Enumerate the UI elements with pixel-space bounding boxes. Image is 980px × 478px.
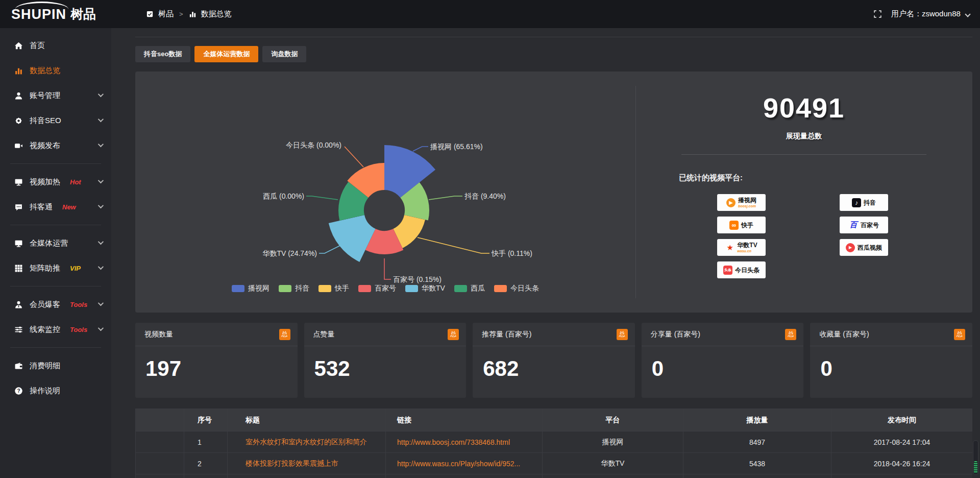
platform-badge-text: 百家号 (861, 222, 879, 228)
sidebar-item-1[interactable]: 数据总览 (0, 58, 111, 83)
table-row-0: 1室外水纹灯和室内水纹灯的区别和简介http://www.boosj.com/7… (136, 432, 973, 453)
sidebar-item-6[interactable]: 抖客通New (0, 195, 111, 220)
legend-item-今日头条[interactable]: 今日头条 (494, 284, 539, 293)
cell-link[interactable] (386, 474, 543, 478)
pie-label: 播视网 (65.61%) (430, 142, 483, 151)
header-right: 用户名：zswodun88 (873, 9, 980, 19)
total-impressions-value: 90491 (635, 92, 972, 124)
cell-link[interactable]: http://www.boosj.com/7338468.html (386, 432, 543, 453)
legend-label: 华数TV (422, 284, 445, 293)
legend-item-播视网[interactable]: 播视网 (232, 284, 270, 293)
stat-card-title: 视频数量 (144, 330, 173, 339)
chart-panel: 播视网 (65.61%)抖音 (9.40%)快手 (0.11%)百家号 (0.1… (135, 71, 972, 313)
tab-0[interactable]: 抖音seo数据 (135, 46, 190, 62)
legend-item-百家号[interactable]: 百家号 (358, 284, 396, 293)
legend-swatch (232, 285, 244, 292)
scrollbar[interactable] (973, 440, 978, 475)
stat-card-header: 点赞量总 (304, 323, 467, 346)
label-leader-line (384, 258, 391, 279)
sidebar-item-3[interactable]: 抖音SEO (0, 108, 111, 133)
summary-divider (681, 154, 926, 155)
legend-item-西瓜[interactable]: 西瓜 (454, 284, 485, 293)
column-header: 平台 (543, 409, 683, 432)
platform-subtext: boosj.com (738, 204, 756, 208)
legend-item-快手[interactable]: 快手 (318, 284, 349, 293)
user-menu[interactable]: 用户名：zswodun88 (891, 9, 970, 19)
monitor-icon (14, 239, 23, 248)
sidebar-item-11[interactable]: 消费明细 (0, 353, 111, 378)
sidebar-item-0[interactable]: 首页 (0, 33, 111, 58)
cell-link[interactable]: http://www.wasu.cn/Play/show/id/952... (386, 453, 543, 474)
legend-swatch (358, 285, 371, 292)
sidebar-item-5[interactable]: 视频加热Hot (0, 170, 111, 195)
sidebar-item-label: 账号管理 (30, 91, 60, 101)
total-badge: 总 (448, 329, 459, 340)
wallet-icon (14, 362, 23, 370)
kuaishou-logo-icon: ∞ (729, 221, 739, 230)
tab-2[interactable]: 询盘数据 (262, 46, 306, 62)
stat-card-title: 收藏量 (百家号) (819, 330, 869, 339)
cell-title[interactable] (228, 474, 386, 478)
label-leader-line (306, 196, 338, 200)
platform-name: 播视网 (738, 197, 756, 203)
pie-slice-华数TV[interactable] (329, 215, 376, 262)
legend-label: 快手 (335, 284, 349, 293)
sidebar-item-9[interactable]: 会员爆客Tools (0, 292, 111, 317)
label-leader-line (319, 246, 340, 253)
platform-name: 抖音 (864, 200, 876, 206)
table-body: 1室外水纹灯和室内水纹灯的区别和简介http://www.boosj.com/7… (136, 432, 973, 478)
pie-chart-svg[interactable]: 播视网 (65.61%)抖音 (9.40%)快手 (0.11%)百家号 (0.1… (135, 79, 635, 313)
total-badge: 总 (954, 329, 965, 340)
stat-card-title: 点赞量 (313, 330, 335, 339)
label-leader-line (413, 147, 428, 151)
cell-title[interactable]: 楼体投影灯投影效果震撼上市 (228, 453, 386, 474)
gear-icon (14, 116, 23, 125)
cell-plays (683, 474, 831, 478)
legend-swatch (494, 285, 507, 292)
sidebar-divider (10, 163, 101, 164)
platform-name: 快手 (741, 222, 753, 228)
fullscreen-icon[interactable] (873, 10, 882, 18)
column-header: 播放量 (683, 409, 831, 432)
sidebar-item-label: 首页 (30, 41, 45, 51)
stat-card-title: 分享量 (百家号) (651, 330, 700, 339)
sidebar-item-2[interactable]: 账号管理 (0, 83, 111, 108)
total-badge: 总 (279, 329, 290, 340)
logo-arc-icon (15, 2, 68, 17)
stat-card-header: 推荐量 (百家号)总 (473, 323, 635, 346)
row-checkbox-cell (136, 453, 184, 474)
sliders-icon (14, 325, 23, 334)
cell-time (831, 474, 973, 478)
column-header: 链接 (386, 409, 543, 432)
breadcrumb-separator: > (179, 10, 183, 18)
sidebar-item-label: 操作说明 (30, 386, 60, 396)
sidebar-item-12[interactable]: ?操作说明 (0, 378, 111, 403)
sidebar-item-7[interactable]: 全媒体运营 (0, 231, 111, 256)
platform-badge-播视网: ▶播视网boosj.com (717, 194, 766, 211)
scrollbar-thumb[interactable] (974, 461, 977, 473)
summary-panel: 90491 展现量总数 已统计的视频平台: ▶播视网boosj.com♪抖音∞快… (635, 71, 972, 313)
sidebar-item-10[interactable]: 线索监控Tools (0, 317, 111, 342)
logo-cjk: 树品 (70, 6, 96, 22)
breadcrumb-root[interactable]: 树品 (158, 9, 174, 19)
stat-card-title: 推荐量 (百家号) (482, 330, 531, 339)
legend-item-华数TV[interactable]: 华数TV (405, 284, 445, 293)
pie-slice-播视网[interactable] (384, 145, 435, 198)
legend-item-抖音[interactable]: 抖音 (279, 284, 309, 293)
total-badge: 总 (785, 329, 796, 340)
chevron-down-icon (98, 91, 104, 97)
tab-1[interactable]: 全媒体运营数据 (194, 46, 258, 62)
platform-badge-百家号: 百百家号 (840, 217, 888, 233)
sidebar-item-label: 视频加热 (30, 177, 60, 187)
sidebar-item-8[interactable]: 矩阵助推VIP (0, 256, 111, 281)
app-square-icon (146, 10, 154, 18)
sidebar-item-4[interactable]: 视频发布 (0, 133, 111, 158)
stat-card-value: 682 (473, 346, 635, 381)
app-logo: SHUPIN 树品 (0, 6, 111, 22)
chevron-down-icon (98, 141, 104, 147)
user-icon (14, 91, 23, 100)
sidebar-nav: 首页数据总览账号管理抖音SEO视频发布视频加热Hot抖客通New全媒体运营矩阵助… (0, 33, 111, 403)
stat-card-value: 0 (810, 346, 972, 381)
platform-badge-华数TV: ★华数TVwasu.cn (717, 239, 766, 256)
cell-title[interactable]: 室外水纹灯和室内水纹灯的区别和简介 (228, 432, 386, 453)
